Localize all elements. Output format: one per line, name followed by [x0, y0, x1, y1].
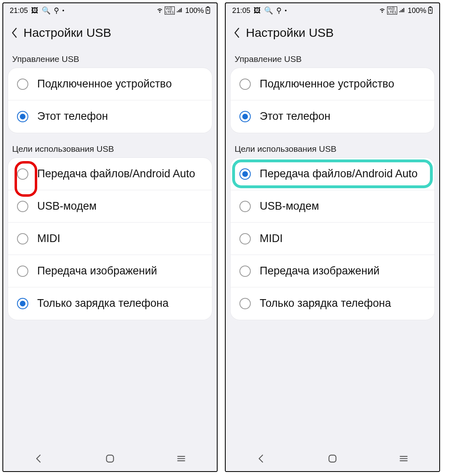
section-header-usb-goals: Цели использования USB [3, 140, 217, 158]
status-bar: 21:05 🖼 🔍 ⚲ • Vo))LTE1 100% [3, 3, 217, 18]
phone-screen-right: 21:05 🖼 🔍 ⚲ • Vo))LTE1 100% Настройки US… [225, 2, 440, 472]
svg-rect-8 [329, 455, 336, 462]
radio-row-connected-device[interactable]: Подключенное устройство [8, 68, 212, 100]
svg-rect-7 [430, 6, 432, 7]
radio-row-charge-only[interactable]: Только зарядка телефона [231, 287, 434, 320]
radio-label: Подключенное устройство [37, 77, 172, 91]
status-dot-icon: • [285, 7, 287, 14]
radio-row-this-phone[interactable]: Этот телефон [8, 100, 212, 133]
battery-charging-icon [428, 6, 433, 15]
radio-row-usb-modem[interactable]: USB-модем [231, 190, 434, 223]
battery-percent: 100% [408, 6, 426, 15]
battery-percent: 100% [185, 6, 204, 15]
radio-icon [17, 298, 28, 309]
page-title: Настройки USB [246, 26, 334, 40]
radio-icon [17, 233, 28, 244]
radio-icon [17, 168, 28, 180]
radio-icon [17, 201, 28, 212]
radio-label: Передача изображений [260, 264, 379, 278]
radio-row-midi[interactable]: MIDI [8, 223, 212, 255]
radio-row-this-phone[interactable]: Этот телефон [231, 100, 434, 133]
radio-label: Передача файлов/Android Auto [260, 167, 417, 181]
volte-icon: Vo))LTE1 [387, 6, 397, 15]
status-bar: 21:05 🖼 🔍 ⚲ • Vo))LTE1 100% [226, 3, 439, 18]
usb-goals-card: Передача файлов/Android Auto USB-модем M… [231, 158, 434, 320]
back-button[interactable] [11, 27, 18, 38]
image-icon: 🖼 [254, 6, 261, 15]
battery-charging-icon [205, 6, 210, 15]
radio-label: Только зарядка телефона [37, 297, 169, 310]
radio-icon [17, 111, 28, 122]
radio-icon [239, 111, 251, 122]
wifi-icon [157, 7, 163, 15]
nav-recents-button[interactable] [398, 453, 410, 465]
usb-control-card: Подключенное устройство Этот телефон [8, 68, 212, 133]
status-time: 21:05 [232, 6, 250, 15]
svg-rect-2 [106, 455, 113, 462]
radio-label: Только зарядка телефона [260, 297, 391, 310]
volte-icon: Vo))LTE1 [165, 6, 175, 15]
radio-label: MIDI [260, 232, 283, 246]
back-button[interactable] [233, 27, 240, 38]
usb-icon: ⚲ [276, 6, 282, 15]
radio-icon [239, 266, 251, 277]
signal-icon [399, 7, 405, 15]
nav-back-button[interactable] [255, 453, 267, 465]
radio-label: Этот телефон [260, 110, 330, 123]
radio-label: USB-модем [37, 200, 97, 213]
usb-control-card: Подключенное устройство Этот телефон [231, 68, 434, 133]
radio-label: MIDI [37, 232, 60, 246]
radio-icon [17, 266, 28, 277]
app-bar: Настройки USB [3, 18, 217, 50]
status-dot-icon: • [62, 7, 64, 14]
radio-icon [239, 201, 251, 212]
nav-home-button[interactable] [104, 453, 116, 465]
search-icon: 🔍 [42, 6, 51, 15]
radio-label: Этот телефон [37, 110, 108, 123]
radio-label: Передача файлов/Android Auto [37, 167, 195, 181]
radio-row-image-transfer[interactable]: Передача изображений [8, 255, 212, 287]
wifi-icon [379, 7, 385, 15]
usb-goals-card: Передача файлов/Android Auto USB-модем M… [8, 158, 212, 320]
search-icon: 🔍 [264, 6, 273, 15]
nav-recents-button[interactable] [175, 453, 187, 465]
app-bar: Настройки USB [226, 18, 439, 50]
radio-icon [239, 79, 251, 90]
page-title: Настройки USB [23, 26, 111, 40]
radio-row-usb-modem[interactable]: USB-модем [8, 190, 212, 223]
radio-label: Подключенное устройство [260, 77, 394, 91]
phone-screen-left: 21:05 🖼 🔍 ⚲ • Vo))LTE1 100% Настройки US… [2, 2, 218, 472]
navigation-bar [226, 448, 439, 471]
radio-row-file-transfer[interactable]: Передача файлов/Android Auto [231, 158, 434, 190]
radio-icon [239, 168, 251, 180]
radio-label: Передача изображений [37, 264, 157, 278]
usb-icon: ⚲ [54, 6, 59, 15]
svg-rect-1 [207, 6, 209, 7]
radio-icon [17, 79, 28, 90]
section-header-usb-goals: Цели использования USB [226, 140, 439, 158]
radio-icon [239, 298, 251, 309]
radio-row-charge-only[interactable]: Только зарядка телефона [8, 287, 212, 320]
image-icon: 🖼 [31, 6, 38, 15]
radio-row-image-transfer[interactable]: Передача изображений [231, 255, 434, 287]
navigation-bar [3, 448, 217, 471]
radio-label: USB-модем [260, 200, 319, 213]
radio-row-midi[interactable]: MIDI [231, 223, 434, 255]
nav-back-button[interactable] [33, 453, 45, 465]
nav-home-button[interactable] [326, 453, 339, 465]
radio-row-connected-device[interactable]: Подключенное устройство [231, 68, 434, 100]
signal-icon [176, 7, 183, 15]
status-time: 21:05 [10, 6, 28, 15]
section-header-usb-control: Управление USB [226, 50, 439, 68]
radio-icon [239, 233, 251, 244]
radio-row-file-transfer[interactable]: Передача файлов/Android Auto [8, 158, 212, 190]
section-header-usb-control: Управление USB [3, 50, 217, 68]
